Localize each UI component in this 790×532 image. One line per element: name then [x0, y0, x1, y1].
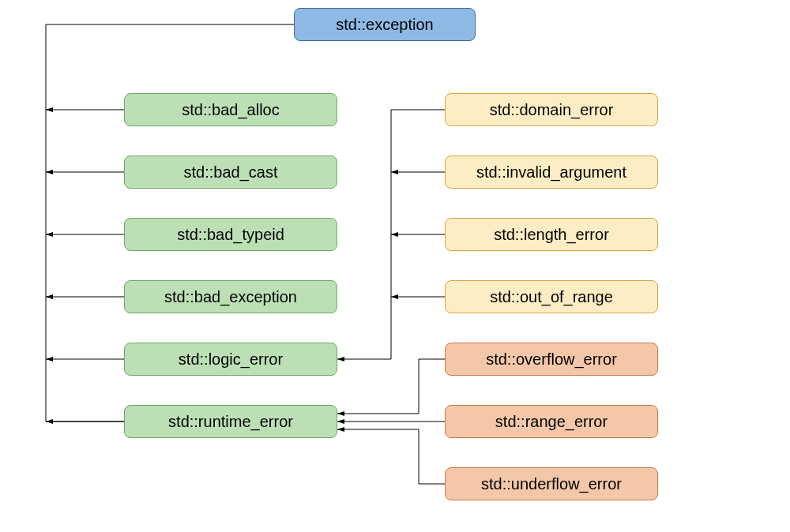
- node-std-overflow-error: std::overflow_error: [445, 343, 658, 376]
- node-std-bad-alloc: std::bad_alloc: [124, 93, 337, 126]
- node-label: std::runtime_error: [168, 413, 293, 431]
- node-std-out-of-range: std::out_of_range: [445, 280, 658, 313]
- node-std-invalid-argument: std::invalid_argument: [445, 155, 658, 189]
- node-std-logic-error: std::logic_error: [124, 343, 337, 376]
- connector-layer: [0, 0, 790, 532]
- node-label: std::out_of_range: [490, 288, 613, 306]
- node-label: std::domain_error: [490, 101, 614, 119]
- node-label: std::bad_typeid: [177, 226, 284, 244]
- node-std-exception: std::exception: [294, 8, 476, 41]
- node-std-bad-exception: std::bad_exception: [124, 280, 337, 313]
- node-std-length-error: std::length_error: [445, 218, 658, 251]
- node-label: std::bad_cast: [184, 163, 278, 182]
- node-label: std::bad_alloc: [182, 101, 279, 119]
- node-label: std::length_error: [494, 226, 609, 244]
- node-std-domain-error: std::domain_error: [445, 93, 658, 126]
- node-std-bad-cast: std::bad_cast: [124, 155, 337, 189]
- node-std-runtime-error: std::runtime_error: [124, 405, 337, 438]
- node-std-range-error: std::range_error: [445, 405, 658, 438]
- node-label: std::exception: [336, 16, 433, 34]
- node-label: std::bad_exception: [164, 288, 297, 306]
- node-label: std::invalid_argument: [476, 163, 626, 182]
- node-label: std::underflow_error: [481, 475, 622, 493]
- node-std-bad-typeid: std::bad_typeid: [124, 218, 337, 251]
- node-std-underflow-error: std::underflow_error: [445, 467, 658, 500]
- node-label: std::range_error: [495, 413, 608, 431]
- node-label: std::logic_error: [179, 350, 283, 369]
- node-label: std::overflow_error: [486, 350, 617, 369]
